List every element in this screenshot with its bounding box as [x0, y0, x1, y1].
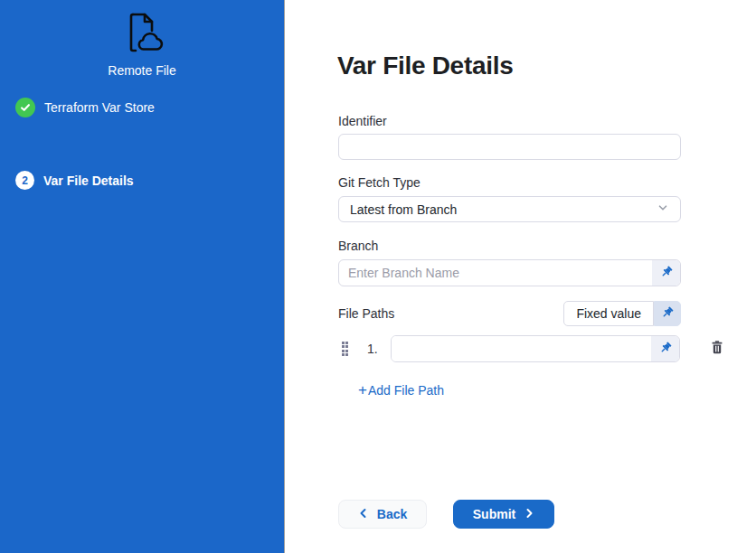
file-paths-type-toggle[interactable]: [654, 301, 681, 326]
file-paths-label: File Paths: [338, 306, 394, 321]
file-path-input-type-toggle[interactable]: [651, 336, 679, 361]
file-path-field: [391, 335, 680, 362]
store-type-block: Remote File: [0, 9, 284, 78]
sidebar-step-terraform-var-store[interactable]: Terraform Var Store: [15, 98, 155, 117]
chevron-down-icon: [657, 202, 669, 218]
sidebar-step-var-file-details[interactable]: 2 Var File Details: [15, 171, 134, 190]
identifier-input[interactable]: [338, 134, 681, 160]
back-button-label: Back: [377, 507, 407, 521]
branch-field: [338, 259, 681, 286]
plus-icon: +: [358, 384, 367, 397]
chevron-right-icon: [524, 507, 534, 521]
git-fetch-type-select[interactable]: Latest from Branch: [338, 196, 681, 222]
branch-input-type-toggle[interactable]: [652, 260, 680, 286]
delete-row-button[interactable]: [710, 340, 724, 358]
back-button[interactable]: Back: [338, 500, 427, 529]
add-file-path-button[interactable]: + Add File Path: [358, 383, 444, 398]
branch-input[interactable]: [339, 260, 652, 286]
identifier-label: Identifier: [338, 114, 387, 128]
submit-button[interactable]: Submit: [453, 500, 554, 529]
fixed-value-button[interactable]: Fixed value: [563, 301, 654, 326]
git-fetch-type-value: Latest from Branch: [350, 202, 457, 217]
var-file-details-panel: Var File Details Identifier Git Fetch Ty…: [286, 0, 756, 553]
step-label: Var File Details: [43, 173, 134, 188]
file-path-row: 1.: [342, 335, 724, 362]
page-title: Var File Details: [337, 52, 513, 80]
git-fetch-type-label: Git Fetch Type: [338, 175, 421, 190]
wizard-sidebar: Remote File Terraform Var Store 2 Var Fi…: [0, 0, 285, 553]
row-index: 1.: [367, 342, 380, 356]
pushpin-icon: [659, 265, 674, 282]
drag-handle-icon[interactable]: [342, 342, 352, 356]
file-path-input[interactable]: [392, 336, 651, 361]
trash-icon: [710, 340, 724, 358]
check-circle-icon: [15, 98, 35, 117]
add-file-path-label: Add File Path: [368, 383, 444, 398]
step-number-badge: 2: [15, 171, 34, 190]
store-type-label: Remote File: [0, 63, 284, 78]
step-label: Terraform Var Store: [44, 100, 155, 115]
submit-button-label: Submit: [473, 507, 515, 521]
remote-file-cloud-icon: [118, 9, 166, 61]
file-paths-input-type: Fixed value: [563, 301, 681, 326]
chevron-left-icon: [358, 507, 369, 521]
file-paths-header: File Paths Fixed value: [338, 301, 681, 326]
pushpin-icon: [658, 341, 673, 358]
branch-label: Branch: [338, 239, 378, 253]
pushpin-icon: [660, 305, 675, 323]
